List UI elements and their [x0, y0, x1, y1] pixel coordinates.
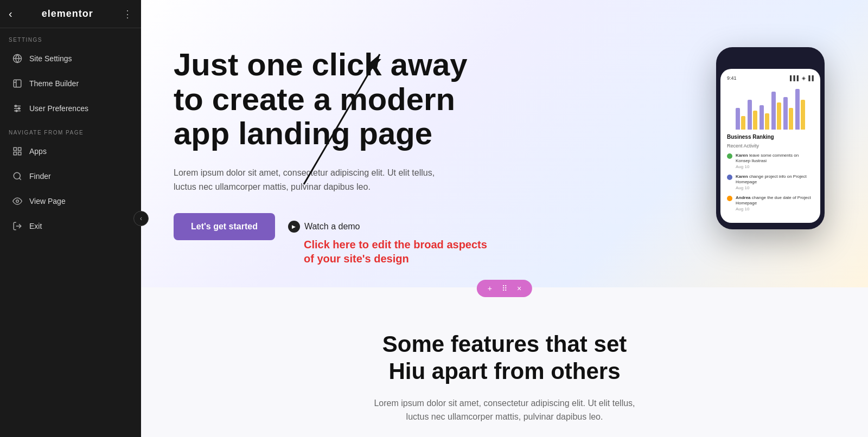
phone-mockup: 9:41 ▌▌▌ ◈ ▐▐ Business Ranking Recent Ac…	[716, 47, 825, 230]
svg-rect-10	[14, 152, 16, 155]
sidebar: ‹ elementor ⋮ SETTINGS Site Settings The…	[0, 0, 141, 437]
search-icon	[12, 171, 23, 182]
activity-dot-2	[727, 175, 732, 180]
sidebar-item-site-settings[interactable]: Site Settings	[3, 47, 138, 70]
phone-time: 9:41	[727, 75, 737, 81]
sidebar-item-apps-label: Apps	[29, 147, 47, 156]
toolbar-move-button[interactable]: ⠿	[500, 283, 509, 294]
sidebar-item-exit[interactable]: Exit	[3, 214, 138, 238]
hero-section: Just one click away to create a modern a…	[141, 0, 868, 287]
back-button[interactable]: ‹	[9, 8, 12, 20]
sidebar-item-user-preferences[interactable]: User Preferences	[3, 97, 138, 120]
sidebar-item-theme-builder[interactable]: Theme Builder	[3, 72, 138, 95]
phone-status-bar: 9:41 ▌▌▌ ◈ ▐▐	[727, 75, 814, 81]
phone-section-title: Business Ranking	[727, 134, 814, 140]
layout-icon	[12, 78, 23, 89]
sidebar-item-site-settings-label: Site Settings	[29, 54, 72, 63]
phone-chart	[727, 86, 814, 130]
watch-demo-button[interactable]: ▶ Watch a demo	[288, 221, 360, 233]
svg-rect-1	[14, 80, 21, 87]
toolbar-close-button[interactable]: ×	[515, 283, 524, 294]
hero-description: Lorem ipsum dolor sit amet, consectetur …	[174, 166, 445, 194]
annotation-text: Click here to edit the broad aspects of …	[304, 237, 499, 266]
globe-icon	[12, 53, 23, 64]
watch-demo-label: Watch a demo	[304, 222, 360, 232]
activity-item-2: Karen change project info on Project Hom…	[727, 174, 814, 191]
sidebar-item-view-page[interactable]: View Page	[3, 189, 138, 213]
sidebar-item-theme-builder-label: Theme Builder	[29, 79, 79, 88]
hero-buttons: Let's get started ▶ Watch a demo	[174, 213, 488, 240]
activity-text-1: Karen leave some comments on Konsep Ilus…	[736, 153, 814, 170]
sidebar-item-finder[interactable]: Finder	[3, 164, 138, 188]
sidebar-item-exit-label: Exit	[29, 222, 42, 230]
toolbar-pill: + ⠿ ×	[477, 280, 532, 297]
svg-point-14	[16, 200, 19, 203]
grid-button[interactable]: ⋮	[123, 8, 132, 20]
svg-rect-9	[18, 147, 21, 150]
eye-icon	[12, 196, 23, 207]
get-started-button[interactable]: Let's get started	[174, 213, 275, 240]
features-description: Lorem ipsum dolor sit amet, consectetur …	[369, 396, 640, 424]
sidebar-item-view-page-label: View Page	[29, 197, 66, 205]
sidebar-logo: elementor	[42, 8, 93, 20]
activity-text-3: Andrea change the due date of Project Ho…	[736, 195, 814, 212]
svg-point-5	[15, 105, 17, 107]
phone-signal: ▌▌▌ ◈ ▐▐	[790, 75, 814, 81]
settings-section-label: SETTINGS	[0, 28, 141, 46]
sidebar-item-user-preferences-label: User Preferences	[29, 104, 88, 113]
activity-dot-1	[727, 153, 732, 159]
annotation-container: Click here to edit the broad aspects of …	[304, 237, 499, 266]
svg-rect-11	[18, 152, 21, 155]
svg-rect-8	[14, 147, 16, 150]
phone-activity-title: Recent Activity	[727, 143, 814, 149]
phone-screen: 9:41 ▌▌▌ ◈ ▐▐ Business Ranking Recent Ac…	[720, 69, 820, 223]
activity-item-3: Andrea change the due date of Project Ho…	[727, 195, 814, 212]
svg-point-7	[16, 110, 17, 112]
svg-point-12	[14, 172, 20, 179]
hero-title: Just one click away to create a modern a…	[174, 47, 488, 151]
main-content: Just one click away to create a modern a…	[141, 0, 868, 437]
sidebar-collapse-button[interactable]: ‹	[133, 211, 149, 226]
play-icon: ▶	[288, 221, 300, 233]
navigate-section-label: NAVIGATE FROM PAGE	[0, 121, 141, 139]
features-section: Some features that setHiu apart from oth…	[141, 287, 868, 437]
apps-grid-icon	[12, 146, 23, 157]
activity-text-2: Karen change project info on Project Hom…	[736, 174, 814, 191]
features-title: Some features that setHiu apart from oth…	[174, 331, 835, 385]
svg-point-6	[18, 108, 20, 110]
svg-line-13	[19, 178, 21, 179]
sidebar-header: ‹ elementor ⋮	[0, 0, 141, 28]
phone-notch	[749, 54, 792, 65]
exit-icon	[12, 221, 23, 232]
sidebar-item-finder-label: Finder	[29, 172, 51, 181]
sliders-icon	[12, 103, 23, 114]
sidebar-item-apps[interactable]: Apps	[3, 139, 138, 163]
hero-text: Just one click away to create a modern a…	[174, 47, 488, 241]
toolbar-add-button[interactable]: +	[486, 283, 494, 294]
activity-item-1: Karen leave some comments on Konsep Ilus…	[727, 153, 814, 170]
activity-dot-3	[727, 196, 732, 201]
